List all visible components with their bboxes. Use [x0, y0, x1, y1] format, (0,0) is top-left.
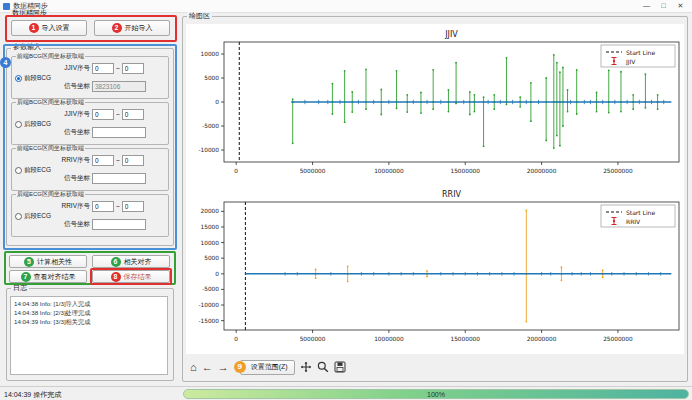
serial-label: RRIV序号: [58, 202, 90, 211]
coord-input[interactable]: [92, 173, 146, 184]
save-result-button[interactable]: 8 保存结果: [92, 270, 170, 283]
title-bar: 数据精同步 — □ ✕: [0, 0, 692, 13]
correlation-align-label: 相关对齐: [124, 257, 152, 267]
log-list[interactable]: 14:04:38 Info: [1/3]导入完成 14:04:38 Info: …: [10, 296, 168, 375]
svg-text:0: 0: [234, 336, 238, 342]
home-icon[interactable]: ⌂: [190, 360, 197, 374]
minimize-button[interactable]: —: [638, 0, 655, 12]
radio-front-ecg[interactable]: 前段ECG: [15, 166, 51, 175]
svg-text:25000000: 25000000: [603, 336, 633, 342]
svg-text:Start Line: Start Line: [626, 49, 655, 56]
serial-from-input[interactable]: [92, 63, 114, 74]
correlation-align-button[interactable]: 6 相关对齐: [92, 255, 170, 268]
log-line: 14:04:38 Info: [2/3]处理完成: [14, 308, 164, 317]
close-button[interactable]: ✕: [672, 0, 689, 12]
svg-text:0: 0: [234, 168, 238, 174]
subgroup-back-bcg: 后端BCG区间坐标获取端 后段BCG JJIV序号 ~ 信号坐标: [11, 102, 169, 145]
log-line: 14:04:38 Info: [1/3]导入完成: [14, 299, 164, 308]
status-message: 14:04:39 操作完成: [4, 390, 61, 400]
radio-label: 前段BCG: [24, 74, 51, 83]
start-import-button[interactable]: 2 开始导入: [94, 20, 170, 36]
view-align-result-button[interactable]: 7 查看对齐结果: [9, 270, 87, 283]
radio-back-ecg[interactable]: 后段ECG: [15, 212, 51, 221]
import-settings-label: 导入设置: [42, 23, 70, 33]
step-4-badge: 4: [0, 57, 11, 68]
serial-from-input[interactable]: [92, 155, 114, 166]
serial-from-input[interactable]: [92, 201, 114, 212]
tilde-label: ~: [116, 65, 120, 72]
jjiv-chart[interactable]: JJIV050000001000000015000000200000002500…: [186, 24, 684, 186]
zoom-icon[interactable]: [317, 361, 329, 373]
coord-label: 信号坐标: [58, 82, 90, 91]
svg-text:5000000: 5000000: [300, 336, 326, 342]
compute-correlation-button[interactable]: 5 计算相关性: [9, 255, 87, 268]
serial-to-input[interactable]: [122, 201, 144, 212]
start-import-label: 开始导入: [125, 23, 153, 33]
step-8-badge: 8: [111, 272, 121, 282]
svg-text:JJIV: JJIV: [625, 58, 636, 66]
serial-from-input[interactable]: [92, 109, 114, 120]
step-1-badge: 1: [29, 23, 39, 33]
radio-label: 后段BCG: [24, 120, 51, 129]
serial-to-input[interactable]: [122, 155, 144, 166]
subgroup-title: 前端ECG区间坐标获取端: [16, 145, 85, 152]
maximize-button[interactable]: □: [655, 0, 672, 12]
step-5-badge: 5: [24, 257, 34, 267]
serial-to-input[interactable]: [122, 109, 144, 120]
view-align-result-label: 查看对齐结果: [34, 272, 76, 282]
params-groupbox: 前端BCG区间坐标获取端 前段BCG JJIV序号 ~ 信号坐标 后端BCG区间…: [6, 48, 174, 246]
serial-label: JJIV序号: [58, 64, 90, 73]
import-settings-button[interactable]: 1 导入设置: [11, 20, 87, 36]
subgroup-title: 后端BCG区间坐标获取端: [16, 99, 85, 106]
svg-text:20000000: 20000000: [527, 168, 557, 174]
radio-back-bcg[interactable]: 后段BCG: [15, 120, 51, 129]
step-7-badge: 7: [21, 272, 31, 282]
svg-text:JJIV: JJIV: [444, 30, 458, 39]
svg-text:-10000: -10000: [198, 302, 219, 308]
rriv-chart[interactable]: RRIV050000001000000015000000200000002500…: [186, 188, 684, 354]
save-icon[interactable]: [334, 361, 346, 373]
svg-text:25000000: 25000000: [603, 168, 633, 174]
svg-text:20000: 20000: [201, 208, 220, 214]
progress-bar: 100%: [183, 389, 689, 399]
radio-icon[interactable]: [15, 213, 22, 220]
radio-icon[interactable]: [15, 75, 22, 82]
radio-icon[interactable]: [15, 167, 22, 174]
coord-label: 信号坐标: [58, 220, 90, 229]
svg-text:5000000: 5000000: [300, 168, 326, 174]
back-icon[interactable]: ←: [202, 360, 213, 374]
coord-input[interactable]: [92, 127, 146, 138]
radio-label: 后段ECG: [24, 212, 51, 221]
compute-correlation-label: 计算相关性: [37, 257, 72, 267]
radio-front-bcg[interactable]: 前段BCG: [15, 74, 51, 83]
svg-text:RRIV: RRIV: [442, 190, 461, 199]
step-2-badge: 2: [112, 23, 122, 33]
pan-icon[interactable]: [300, 361, 312, 373]
status-bar: 14:04:39 操作完成 100%: [0, 386, 692, 400]
svg-text:20000000: 20000000: [527, 336, 557, 342]
svg-text:-15000: -15000: [198, 318, 219, 324]
log-line: 14:04:39 Info: [3/3]相关完成: [14, 317, 164, 326]
svg-text:RRIV: RRIV: [626, 218, 641, 225]
svg-text:0: 0: [215, 271, 219, 277]
forward-icon[interactable]: →: [218, 360, 229, 374]
subgroup-title: 前端BCG区间坐标获取端: [16, 53, 85, 60]
svg-text:10000: 10000: [201, 240, 220, 246]
svg-text:15000: 15000: [201, 224, 220, 230]
tilde-label: ~: [116, 157, 120, 164]
coord-input[interactable]: [92, 219, 146, 230]
svg-text:10000: 10000: [201, 51, 220, 57]
radio-label: 前段ECG: [24, 166, 51, 175]
coord-input[interactable]: [92, 81, 146, 92]
subgroup-front-ecg: 前端ECG区间坐标获取端 前段ECG RRIV序号 ~ 信号坐标: [11, 148, 169, 191]
set-range-button[interactable]: 设置范围(Z): [240, 360, 295, 375]
svg-text:-5000: -5000: [202, 123, 219, 129]
svg-text:5000: 5000: [204, 255, 219, 261]
serial-to-input[interactable]: [122, 63, 144, 74]
radio-icon[interactable]: [15, 121, 22, 128]
subgroup-back-ecg: 后端ECG区间坐标获取端 后段ECG RRIV序号 ~ 信号坐标: [11, 194, 169, 237]
serial-label: JJIV序号: [58, 110, 90, 119]
svg-text:15000000: 15000000: [450, 168, 480, 174]
coord-label: 信号坐标: [58, 174, 90, 183]
save-result-label: 保存结果: [124, 272, 152, 282]
